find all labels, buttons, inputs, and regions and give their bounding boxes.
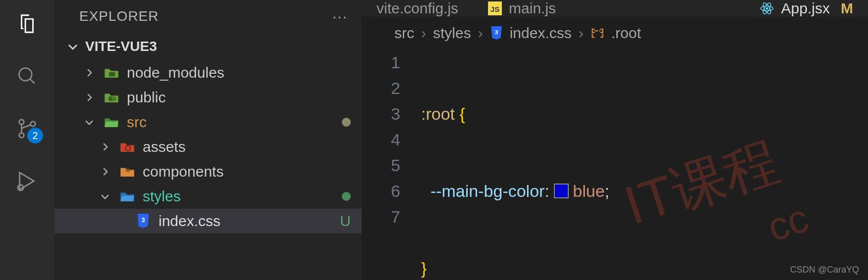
folder-icon bbox=[119, 140, 136, 153]
folder-open-icon bbox=[119, 190, 136, 203]
tab-app-jsx[interactable]: App.jsx M bbox=[745, 0, 868, 17]
tree-label: styles bbox=[143, 188, 352, 205]
chevron-right-icon: › bbox=[579, 25, 584, 42]
css-file-icon: 3 bbox=[135, 214, 152, 229]
tab-label: vite.config.js bbox=[377, 0, 458, 17]
svg-point-3 bbox=[31, 122, 36, 127]
chevron-down-icon bbox=[66, 40, 79, 53]
tree-folder-public[interactable]: public bbox=[54, 85, 362, 110]
explorer-header: EXPLORER ··· bbox=[54, 0, 362, 33]
tree-label: index.css bbox=[159, 213, 352, 230]
explorer-title: EXPLORER bbox=[79, 8, 159, 24]
chevron-right-icon: › bbox=[478, 25, 483, 42]
svg-text:3: 3 bbox=[494, 29, 498, 36]
chevron-down-icon bbox=[98, 191, 112, 202]
svg-point-1 bbox=[19, 120, 24, 125]
folder-icon bbox=[119, 165, 136, 178]
chevron-right-icon bbox=[82, 67, 96, 78]
explorer-icon[interactable] bbox=[15, 12, 39, 36]
search-icon[interactable] bbox=[15, 64, 39, 88]
tree-label: assets bbox=[143, 139, 352, 155]
tree-folder-assets[interactable]: assets bbox=[54, 135, 362, 159]
tree-label: components bbox=[143, 163, 352, 180]
svg-rect-5 bbox=[109, 72, 115, 77]
chevron-right-icon: › bbox=[421, 25, 426, 42]
tabbar: vite.config.js JS main.js App.jsx M bbox=[362, 0, 868, 17]
activity-bar: 2 bbox=[0, 0, 54, 280]
folder-icon bbox=[103, 66, 120, 79]
chevron-right-icon bbox=[98, 141, 112, 152]
code-editor[interactable]: 1 2 3 4 5 6 7 :root { --main-bg-color: b… bbox=[362, 49, 868, 280]
explorer-more-icon[interactable]: ··· bbox=[332, 8, 348, 25]
color-swatch-icon[interactable] bbox=[554, 184, 569, 198]
file-tree: node_modules public src assets component… bbox=[54, 60, 362, 233]
tree-folder-src[interactable]: src bbox=[54, 110, 362, 135]
tab-main-js[interactable]: JS main.js bbox=[473, 0, 571, 17]
svg-point-12 bbox=[765, 7, 768, 10]
svg-point-2 bbox=[19, 133, 24, 138]
modified-dot-icon bbox=[342, 118, 351, 127]
tab-label: App.jsx bbox=[781, 0, 830, 17]
chevron-right-icon bbox=[98, 166, 112, 177]
folder-icon bbox=[103, 91, 120, 104]
tree-folder-node-modules[interactable]: node_modules bbox=[54, 60, 362, 85]
code-lines[interactable]: :root { --main-bg-color: blue; } .root {… bbox=[421, 49, 868, 280]
css-file-icon: 3 bbox=[490, 26, 503, 40]
svg-text:JS: JS bbox=[490, 5, 500, 13]
tree-label: node_modules bbox=[127, 64, 352, 81]
js-file-icon: JS bbox=[488, 1, 502, 15]
untracked-dot-icon bbox=[342, 192, 351, 201]
breadcrumbs[interactable]: src › styles › 3 index.css › .root bbox=[362, 17, 868, 49]
css-rule-icon bbox=[591, 27, 604, 39]
tree-folder-styles[interactable]: styles bbox=[54, 184, 362, 209]
chevron-right-icon bbox=[82, 92, 96, 103]
breadcrumb-item[interactable]: styles bbox=[433, 25, 471, 42]
folder-open-icon bbox=[103, 116, 120, 129]
line-gutter: 1 2 3 4 5 6 7 bbox=[362, 49, 421, 280]
project-row[interactable]: VITE-VUE3 bbox=[54, 33, 362, 60]
react-file-icon bbox=[760, 1, 774, 16]
svg-point-7 bbox=[111, 96, 116, 101]
tab-label: main.js bbox=[509, 0, 556, 17]
tree-file-indexcss[interactable]: 3 index.css U bbox=[54, 209, 362, 233]
chevron-down-icon bbox=[82, 117, 96, 128]
svg-point-0 bbox=[19, 68, 32, 81]
run-debug-icon[interactable] bbox=[15, 169, 39, 193]
tree-folder-components[interactable]: components bbox=[54, 159, 362, 184]
tree-label: public bbox=[127, 89, 352, 106]
scm-badge: 2 bbox=[27, 128, 43, 143]
breadcrumb-item[interactable]: src bbox=[394, 25, 414, 42]
breadcrumb-item[interactable]: .root bbox=[611, 25, 641, 42]
svg-text:3: 3 bbox=[141, 217, 145, 224]
project-name: VITE-VUE3 bbox=[85, 39, 157, 54]
tree-label: src bbox=[127, 114, 352, 131]
git-status-u: U bbox=[340, 213, 351, 230]
tab-vite-config[interactable]: vite.config.js bbox=[362, 0, 473, 17]
git-status-m: M bbox=[841, 0, 853, 17]
explorer-sidebar: EXPLORER ··· VITE-VUE3 node_modules publ… bbox=[54, 0, 362, 280]
editor-area: vite.config.js JS main.js App.jsx M src … bbox=[362, 0, 868, 280]
source-control-icon[interactable]: 2 bbox=[15, 117, 39, 140]
breadcrumb-item[interactable]: index.css bbox=[510, 25, 572, 42]
credit-text: CSDN @CaraYQ bbox=[790, 265, 859, 275]
